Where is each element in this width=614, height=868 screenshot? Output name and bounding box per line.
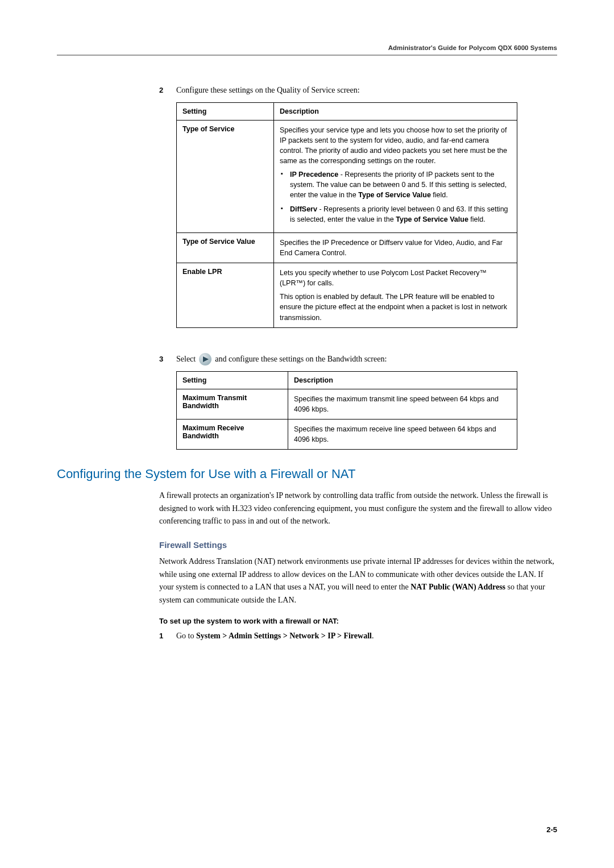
qos-row3-p1: Lets you specify whether to use Polycom … [280,268,511,288]
bw-row1-p1: Specifies the maximum transmit line spee… [294,394,511,414]
qos-row1-b2-end: field. [468,215,486,223]
firewall-step1-a: Go to [176,632,196,640]
qos-row1-label: Type of Service [177,120,274,232]
qos-row3-desc: Lets you specify whether to use Polycom … [274,263,517,328]
step-3-text-b: and configure these settings on the Band… [215,353,387,366]
bw-row2-desc: Specifies the maximum receive line speed… [288,419,517,449]
bw-row1-desc: Specifies the maximum transmit line spee… [288,389,517,419]
qos-row2-label: Type of Service Value [177,232,274,263]
header-rule [57,55,557,56]
step-2-line: 2 Configure these settings on the Qualit… [159,84,557,97]
qos-header-setting: Setting [177,102,274,120]
qos-row1-b1-field: Type of Service Value [358,191,431,199]
qos-row1-desc: Specifies your service type and lets you… [274,120,517,232]
bw-header-setting: Setting [177,371,288,389]
firewall-howto-heading: To set up the system to work with a fire… [159,617,557,625]
firewall-step1-c: . [372,632,374,640]
firewall-step1-text: Go to System > Admin Settings > Network … [176,630,374,642]
firewall-settings-para: Network Address Translation (NAT) networ… [159,555,557,607]
qos-header-description: Description [274,102,517,120]
next-arrow-icon [199,353,211,366]
page-header-title: Administrator's Guide for Polycom QDX 60… [57,44,557,51]
firewall-settings-heading: Firewall Settings [159,540,557,550]
firewall-step-1-line: 1 Go to System > Admin Settings > Networ… [159,630,557,642]
qos-row1-b2-field: Type of Service Value [396,215,468,223]
bw-row2-label: Maximum Receive Bandwidth [177,419,288,449]
step-3-text-a: Select [176,353,196,366]
firewall-nat-heading: Configuring the System for Use with a Fi… [57,467,557,481]
qos-row2-p1: Specifies the IP Precedence or Diffserv … [280,238,511,258]
qos-row3-label: Enable LPR [177,263,274,328]
qos-row1-bullet2: DiffServ - Represents a priority level b… [290,204,511,225]
qos-row3-p2: This option is enabled by default. The L… [280,292,511,322]
step-2-text: Configure these settings on the Quality … [176,84,360,97]
firewall-step1-b: System > Admin Settings > Network > IP >… [196,632,372,640]
page-number: 2-5 [546,825,557,834]
qos-row2-desc: Specifies the IP Precedence or Diffserv … [274,232,517,263]
qos-row1-p1: Specifies your service type and lets you… [280,125,511,167]
firewall-nat-intro: A firewall protects an organization's IP… [159,489,557,528]
bandwidth-settings-table: Setting Description Maximum Transmit Ban… [176,371,517,450]
qos-row1-b1-end: field. [431,191,448,199]
bw-row1-label: Maximum Transmit Bandwidth [177,389,288,419]
bw-header-description: Description [288,371,517,389]
step-3-line: 3 Select and configure these settings on… [159,353,557,366]
qos-row1-bullet1: IP Precedence - Represents the priority … [290,169,511,200]
bw-row2-p1: Specifies the maximum receive line speed… [294,424,511,445]
step-3-number: 3 [159,355,166,363]
qos-row1-b2-term: DiffServ [290,205,317,213]
firewall-para-b: NAT Public (WAN) Address [410,583,505,591]
step-2-number: 2 [159,86,166,94]
qos-row1-b1-term: IP Precedence [290,171,338,178]
qos-settings-table: Setting Description Type of Service Spec… [176,102,517,328]
firewall-step1-number: 1 [159,632,166,640]
